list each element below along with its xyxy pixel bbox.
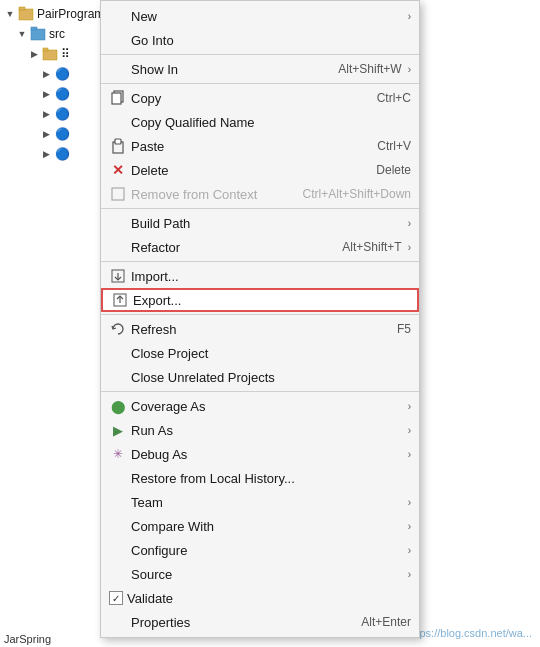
menu-item-export[interactable]: Export... (101, 288, 419, 312)
menu-item-configure[interactable]: Configure › (101, 538, 419, 562)
delete-icon: ✕ (109, 161, 127, 179)
close-project-icon (109, 344, 127, 362)
coverage-icon: ⬤ (109, 397, 127, 415)
run-icon: ▶ (109, 421, 127, 439)
context-menu: New › Go Into Show In Alt+Shift+W › Copy… (100, 0, 420, 638)
tree-arrow: ▶ (40, 108, 52, 120)
submenu-arrow: › (408, 401, 411, 412)
export-icon (111, 291, 129, 309)
source-icon (109, 565, 127, 583)
go-into-icon (109, 31, 127, 49)
restore-icon (109, 469, 127, 487)
menu-item-restore-history[interactable]: Restore from Local History... (101, 466, 419, 490)
tree-arrow: ▶ (40, 148, 52, 160)
menu-item-refresh[interactable]: Refresh F5 (101, 317, 419, 341)
svg-rect-4 (43, 50, 57, 60)
menu-item-source[interactable]: Source › (101, 562, 419, 586)
menu-item-import[interactable]: Import... (101, 264, 419, 288)
svg-rect-9 (115, 139, 121, 144)
menu-item-paste[interactable]: Paste Ctrl+V (101, 134, 419, 158)
refactor-icon (109, 238, 127, 256)
tree-item-label: ⠿ (61, 47, 70, 61)
file-icon: 🔵 (54, 86, 70, 102)
menu-item-build-path[interactable]: Build Path › (101, 211, 419, 235)
separator-4 (101, 261, 419, 262)
menu-item-compare-with[interactable]: Compare With › (101, 514, 419, 538)
copy-icon (109, 89, 127, 107)
svg-rect-10 (112, 188, 124, 200)
svg-rect-5 (43, 48, 48, 51)
refresh-icon (109, 320, 127, 338)
menu-item-show-in[interactable]: Show In Alt+Shift+W › (101, 57, 419, 81)
remove-icon (109, 185, 127, 203)
separator-2 (101, 83, 419, 84)
submenu-arrow: › (408, 449, 411, 460)
project-icon (18, 6, 34, 22)
src-icon (30, 26, 46, 42)
properties-icon (109, 613, 127, 631)
configure-icon (109, 541, 127, 559)
file-icon: 🔵 (54, 66, 70, 82)
submenu-arrow: › (408, 242, 411, 253)
svg-rect-0 (19, 9, 33, 20)
svg-rect-3 (31, 27, 37, 30)
paste-icon (109, 137, 127, 155)
team-icon (109, 493, 127, 511)
menu-item-copy-qualified[interactable]: Copy Qualified Name (101, 110, 419, 134)
debug-icon: ✳ (109, 445, 127, 463)
tree-arrow: ▶ (40, 88, 52, 100)
menu-item-remove-context[interactable]: Remove from Context Ctrl+Alt+Shift+Down (101, 182, 419, 206)
menu-item-close-unrelated[interactable]: Close Unrelated Projects (101, 365, 419, 389)
submenu-arrow: › (408, 64, 411, 75)
menu-item-copy[interactable]: Copy Ctrl+C (101, 86, 419, 110)
close-unrelated-icon (109, 368, 127, 386)
build-path-icon (109, 214, 127, 232)
submenu-arrow: › (408, 497, 411, 508)
file-icon: 🔵 (54, 106, 70, 122)
menu-item-go-into[interactable]: Go Into (101, 28, 419, 52)
import-icon (109, 267, 127, 285)
file-icon: 🔵 (54, 146, 70, 162)
tree-item-label: src (49, 27, 65, 41)
separator-1 (101, 54, 419, 55)
menu-item-close-project[interactable]: Close Project (101, 341, 419, 365)
submenu-arrow: › (408, 425, 411, 436)
submenu-arrow: › (408, 218, 411, 229)
menu-item-debug-as[interactable]: ✳ Debug As › (101, 442, 419, 466)
menu-item-validate[interactable]: ✓ Validate (101, 586, 419, 610)
svg-rect-1 (19, 7, 25, 10)
copy-qualified-icon (109, 113, 127, 131)
submenu-arrow: › (408, 569, 411, 580)
bottom-label: JarSpring (4, 633, 51, 645)
menu-item-properties[interactable]: Properties Alt+Enter (101, 610, 419, 634)
menu-item-team[interactable]: Team › (101, 490, 419, 514)
tree-arrow: ▼ (4, 8, 16, 20)
separator-5 (101, 314, 419, 315)
compare-icon (109, 517, 127, 535)
tree-arrow: ▶ (40, 128, 52, 140)
submenu-arrow: › (408, 11, 411, 22)
tree-arrow: ▶ (28, 48, 40, 60)
separator-6 (101, 391, 419, 392)
folder-icon (42, 46, 58, 62)
tree-arrow: ▶ (40, 68, 52, 80)
menu-item-run-as[interactable]: ▶ Run As › (101, 418, 419, 442)
separator-3 (101, 208, 419, 209)
menu-item-new[interactable]: New › (101, 4, 419, 28)
svg-rect-7 (112, 93, 121, 104)
menu-item-delete[interactable]: ✕ Delete Delete (101, 158, 419, 182)
submenu-arrow: › (408, 545, 411, 556)
show-in-icon (109, 60, 127, 78)
submenu-arrow: › (408, 521, 411, 532)
file-icon: 🔵 (54, 126, 70, 142)
validate-checkbox[interactable]: ✓ (109, 591, 123, 605)
new-icon (109, 7, 127, 25)
tree-arrow: ▼ (16, 28, 28, 40)
svg-rect-2 (31, 29, 45, 40)
menu-item-refactor[interactable]: Refactor Alt+Shift+T › (101, 235, 419, 259)
watermark: https://blog.csdn.net/wa... (407, 627, 532, 639)
menu-item-coverage-as[interactable]: ⬤ Coverage As › (101, 394, 419, 418)
